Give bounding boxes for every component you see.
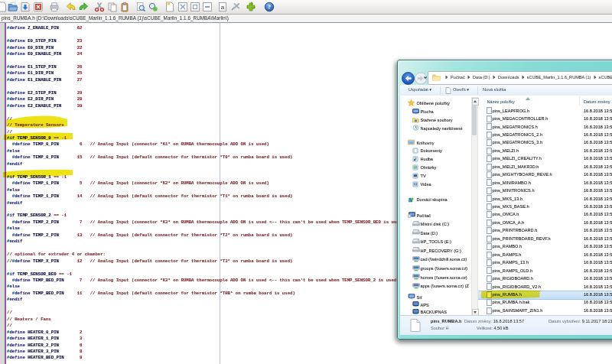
svg-text:a: a (221, 4, 225, 11)
svg-text:?: ? (267, 3, 271, 11)
